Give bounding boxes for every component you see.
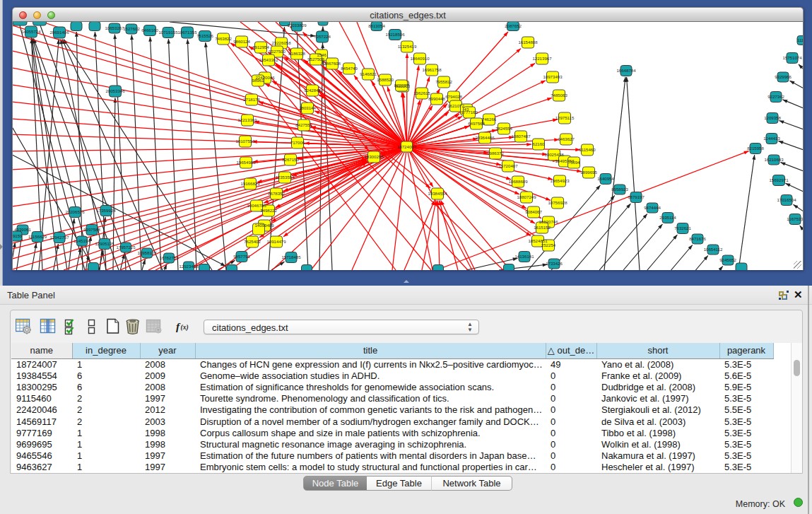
svg-text:15720407: 15720407	[498, 163, 518, 168]
svg-text:8678352: 8678352	[268, 191, 285, 196]
svg-text:12213369: 12213369	[237, 117, 257, 122]
svg-text:15751074: 15751074	[782, 55, 802, 60]
svg-text:9084067: 9084067	[525, 209, 542, 214]
svg-text:18300295: 18300295	[364, 154, 384, 159]
svg-text:1145194: 1145194	[73, 238, 90, 243]
svg-text:10025438: 10025438	[544, 152, 564, 157]
svg-text:(x): (x)	[181, 324, 189, 332]
svg-text:10807487: 10807487	[511, 134, 531, 139]
svg-text:1527602: 1527602	[123, 26, 140, 31]
svg-text:7986372: 7986372	[487, 151, 504, 156]
svg-text:16154808: 16154808	[518, 40, 538, 45]
svg-text:3498222: 3498222	[260, 208, 277, 213]
svg-text:8267150: 8267150	[282, 157, 299, 162]
svg-text:1588520: 1588520	[377, 77, 394, 82]
svg-text:20053346: 20053346	[105, 88, 125, 93]
svg-text:9146821: 9146821	[360, 71, 377, 76]
svg-text:9115460: 9115460	[579, 147, 596, 152]
svg-text:98961: 98961	[252, 78, 265, 83]
svg-text:11325419: 11325419	[398, 44, 417, 49]
svg-text:10719155: 10719155	[158, 30, 178, 35]
svg-text:1615152: 1615152	[534, 225, 551, 230]
svg-text:10046786: 10046786	[247, 203, 266, 208]
svg-text:2803144: 2803144	[299, 105, 316, 110]
svg-text:1167533: 1167533	[787, 216, 804, 221]
svg-text:15692971: 15692971	[769, 177, 789, 182]
svg-text:18724007: 18724007	[397, 144, 417, 149]
svg-text:6497568: 6497568	[468, 121, 485, 126]
svg-text:2087652: 2087652	[505, 23, 522, 28]
svg-text:17957225: 17957225	[116, 245, 136, 250]
svg-text:9245652: 9245652	[719, 257, 736, 262]
svg-text:1362615: 1362615	[413, 90, 430, 95]
svg-text:9527508: 9527508	[307, 57, 324, 62]
svg-text:6466160: 6466160	[141, 28, 158, 33]
svg-text:7632621: 7632621	[674, 226, 691, 230]
svg-text:7955812: 7955812	[435, 79, 452, 84]
svg-text:2867608: 2867608	[324, 61, 341, 66]
svg-text:12353594: 12353594	[275, 175, 295, 180]
svg-text:9474444: 9474444	[644, 205, 661, 210]
svg-text:14136141: 14136141	[514, 254, 534, 259]
svg-text:12905135: 12905135	[95, 241, 114, 246]
svg-text:10671355: 10671355	[177, 30, 197, 35]
svg-text:20691406: 20691406	[49, 30, 69, 35]
svg-text:7463822: 7463822	[215, 36, 232, 41]
svg-text:8813054: 8813054	[368, 23, 385, 28]
svg-text:8990448: 8990448	[428, 96, 445, 101]
svg-text:23226058: 23226058	[271, 40, 291, 45]
svg-text:19654923: 19654923	[550, 178, 570, 183]
svg-text:1640954: 1640954	[597, 176, 614, 181]
svg-text:9857791: 9857791	[233, 254, 250, 259]
svg-text:14099489: 14099489	[254, 223, 274, 228]
svg-text:8958923: 8958923	[611, 187, 628, 192]
svg-text:12213967: 12213967	[532, 56, 552, 61]
svg-text:7515526: 7515526	[196, 33, 213, 38]
svg-text:8912954: 8912954	[252, 45, 269, 49]
svg-text:19384554: 19384554	[428, 191, 447, 196]
svg-text:1733426: 1733426	[546, 261, 563, 266]
svg-text:9242848: 9242848	[304, 88, 321, 93]
svg-text:18640910: 18640910	[410, 56, 430, 61]
svg-text:16648784: 16648784	[616, 68, 636, 73]
svg-text:16210643: 16210643	[764, 157, 784, 162]
svg-text:8454749: 8454749	[341, 66, 358, 71]
svg-text:7357224: 7357224	[314, 34, 331, 39]
svg-text:10756928: 10756928	[548, 200, 567, 205]
svg-text:8427552: 8427552	[295, 122, 312, 127]
svg-text:62160: 62160	[533, 141, 546, 146]
svg-text:12923468: 12923468	[179, 264, 199, 269]
svg-text:10973493: 10973493	[543, 74, 563, 79]
svg-text:17016504: 17016504	[777, 197, 796, 202]
svg-text:19654985: 19654985	[236, 160, 256, 165]
svg-text:8186328: 8186328	[288, 51, 305, 56]
svg-text:39159: 39159	[13, 233, 23, 238]
svg-text:9327500: 9327500	[269, 49, 286, 54]
svg-text:10914479: 10914479	[266, 239, 286, 244]
svg-text:18807249: 18807249	[517, 194, 536, 199]
svg-text:20364486: 20364486	[475, 135, 495, 140]
svg-text:16120746: 16120746	[539, 219, 558, 224]
svg-text:10654112: 10654112	[704, 247, 723, 252]
svg-text:8215958: 8215958	[747, 146, 764, 151]
svg-text:252254: 252254	[541, 243, 556, 247]
svg-text:1621072: 1621072	[447, 103, 464, 108]
svg-text:6879197: 6879197	[628, 194, 645, 199]
svg-text:19166823: 19166823	[240, 181, 260, 186]
svg-text:10958107: 10958107	[137, 250, 157, 255]
svg-text:19218506: 19218506	[385, 32, 405, 37]
svg-text:8471676: 8471676	[689, 236, 706, 241]
svg-text:3824554: 3824554	[495, 126, 512, 131]
svg-text:7485063: 7485063	[551, 93, 567, 98]
svg-text:12942757: 12942757	[49, 235, 69, 240]
svg-text:1244413: 1244413	[763, 136, 780, 141]
svg-text:75694: 75694	[568, 160, 581, 165]
svg-text:9463627: 9463627	[558, 136, 575, 141]
svg-text:4339061: 4339061	[14, 227, 31, 232]
svg-text:16782759: 16782759	[159, 255, 179, 260]
svg-text:9329966: 9329966	[775, 74, 792, 79]
svg-text:1209358: 1209358	[764, 115, 781, 120]
svg-text:10543362: 10543362	[259, 57, 278, 62]
svg-text:9860124: 9860124	[233, 39, 250, 44]
svg-text:822037: 822037	[394, 83, 409, 88]
